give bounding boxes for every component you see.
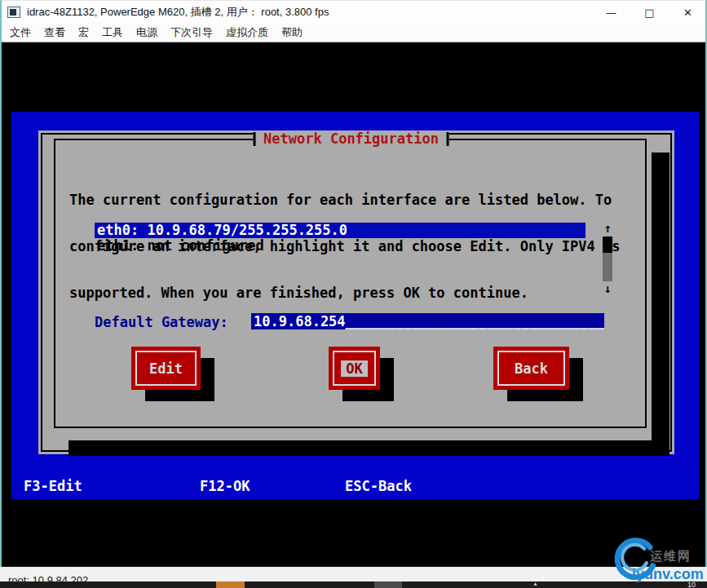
menu-item-macros[interactable]: 宏: [72, 25, 95, 40]
menu-item-view[interactable]: 查看: [38, 25, 72, 40]
taskbar-item-gray[interactable]: [374, 581, 402, 588]
scroll-thumb[interactable]: [603, 237, 612, 253]
tray-arrow-icon[interactable]: ▲: [532, 581, 538, 587]
watermark-name: 运维网: [650, 549, 692, 564]
iyunv-watermark: 运维网 iyunv.com: [605, 534, 707, 585]
window-left-edge: [0, 0, 2, 567]
default-gateway-underscore-fill: ________________________________: [346, 313, 604, 329]
edit-button[interactable]: Edit: [131, 347, 201, 390]
back-button[interactable]: Back: [493, 347, 569, 390]
ok-button-label: OK: [341, 360, 367, 377]
window-controls: — □ ✕: [592, 1, 707, 24]
default-gateway-value: 10.9.68.254: [254, 313, 346, 329]
default-gateway-input[interactable]: 10.9.68.254_____________________________…: [251, 313, 604, 329]
maximize-button[interactable]: □: [630, 1, 669, 24]
console-viewport: Network Configuration The current config…: [0, 42, 707, 567]
close-button[interactable]: ✕: [669, 1, 707, 24]
menu-item-file[interactable]: 文件: [3, 25, 38, 40]
edit-button-label: Edit: [149, 360, 183, 377]
interface-listbox: eth0: 10.9.68.79/255.255.255.0 eth1: not…: [95, 223, 585, 254]
titlebar: idrac-48Z1132, PowerEdge M620, 插槽 2, 用户：…: [0, 0, 707, 23]
scroll-up-icon[interactable]: ↑: [602, 222, 613, 235]
function-key-hint-bar: F3-Edit F12-OK ESC-Back: [11, 478, 699, 496]
back-button-label: Back: [515, 360, 548, 377]
scroll-track[interactable]: [603, 253, 612, 281]
ok-button-border: OK: [333, 351, 376, 386]
menu-item-help[interactable]: 帮助: [275, 25, 309, 40]
taskbar-sliver: ▲ 10: [0, 581, 707, 588]
default-gateway-row: Default Gateway: 10.9.68.254____________…: [95, 314, 228, 330]
interface-row-eth1[interactable]: eth1: not configured: [95, 238, 585, 254]
scroll-down-icon[interactable]: ↓: [602, 282, 613, 295]
body-line: supported. When you are finished, press …: [69, 285, 621, 301]
default-gateway-label: Default Gateway:: [95, 314, 228, 330]
app-window-icon: [7, 7, 20, 18]
body-line: The current configuration for each inter…: [69, 192, 621, 208]
network-configuration-dialog: Network Configuration The current config…: [51, 137, 652, 440]
edit-button-border: Edit: [135, 351, 197, 386]
remote-console-screen: Network Configuration The current config…: [11, 112, 699, 499]
hint-f3-edit: F3-Edit: [24, 478, 82, 494]
ok-button[interactable]: OK: [329, 347, 380, 390]
hint-f12-ok: F12-OK: [200, 478, 250, 494]
hint-esc-back: ESC-Back: [345, 478, 412, 494]
back-button-border: Back: [497, 351, 565, 386]
taskbar-item-orange[interactable]: [216, 581, 245, 588]
dialog-title: Network Configuration: [253, 132, 449, 146]
menu-item-virtual-media[interactable]: 虚拟介质: [219, 25, 275, 40]
window-title: idrac-48Z1132, PowerEdge M620, 插槽 2, 用户：…: [27, 5, 329, 20]
list-scrollbar: ↑ ↓: [602, 222, 613, 295]
interface-row-eth0[interactable]: eth0: 10.9.68.79/255.255.255.0: [95, 223, 585, 238]
menu-item-power[interactable]: 电源: [130, 25, 164, 40]
menu-item-tools[interactable]: 工具: [95, 25, 130, 40]
watermark-site: iyunv.com: [632, 566, 704, 583]
menu-item-next-boot[interactable]: 下次引导: [164, 25, 219, 40]
menubar: 文件 查看 宏 工具 电源 下次引导 虚拟介质 帮助: [0, 23, 707, 42]
minimize-button[interactable]: —: [592, 1, 630, 24]
